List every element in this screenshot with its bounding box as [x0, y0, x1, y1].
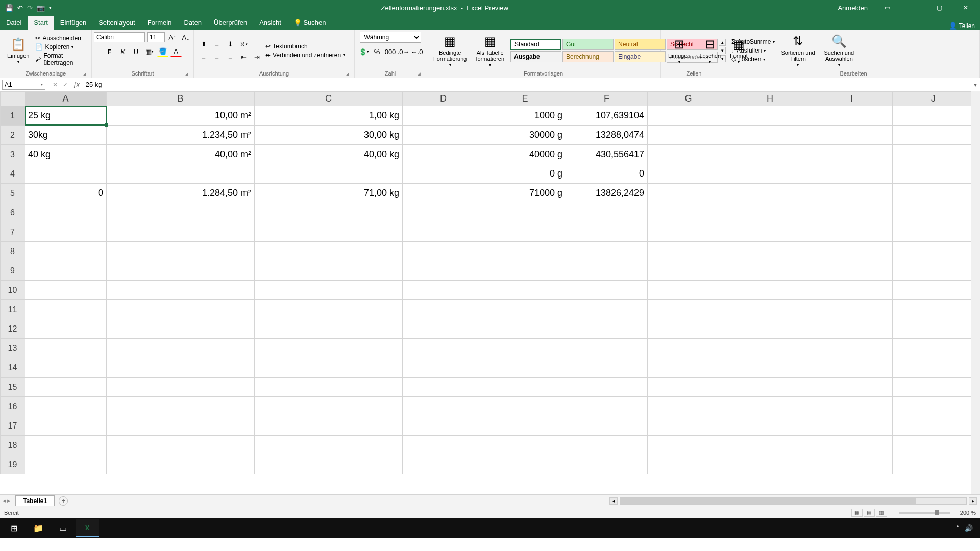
- cell[interactable]: [403, 261, 484, 281]
- cell[interactable]: [25, 319, 107, 339]
- cell[interactable]: [484, 339, 566, 358]
- cell[interactable]: [484, 416, 566, 436]
- cell[interactable]: [811, 145, 893, 164]
- cell[interactable]: [403, 164, 484, 184]
- cell[interactable]: [648, 145, 729, 164]
- row-header[interactable]: 14: [1, 358, 25, 378]
- cell[interactable]: [255, 319, 403, 339]
- cell[interactable]: [729, 358, 811, 378]
- font-name-select[interactable]: [94, 32, 145, 42]
- cell[interactable]: [25, 339, 107, 358]
- vertical-scrollbar[interactable]: [971, 91, 980, 494]
- save-icon[interactable]: 💾: [5, 4, 13, 12]
- cell[interactable]: [811, 358, 893, 378]
- row-header[interactable]: 7: [1, 222, 25, 242]
- font-color-icon[interactable]: A: [170, 46, 182, 57]
- cell[interactable]: 107,639104: [566, 106, 648, 126]
- cell[interactable]: [403, 222, 484, 242]
- cell[interactable]: 71,00 kg: [255, 184, 403, 203]
- cell[interactable]: [811, 203, 893, 222]
- cell[interactable]: [255, 222, 403, 242]
- column-header[interactable]: C: [255, 92, 403, 106]
- share-icon[interactable]: 👤: [949, 22, 957, 30]
- cell[interactable]: [566, 397, 648, 416]
- normal-view-icon[interactable]: ▦: [851, 509, 863, 517]
- cell[interactable]: [484, 281, 566, 300]
- row-header[interactable]: 5: [1, 184, 25, 203]
- cell[interactable]: [107, 242, 255, 261]
- cell[interactable]: [648, 416, 729, 436]
- cell[interactable]: [893, 145, 974, 164]
- cell[interactable]: [403, 281, 484, 300]
- cell[interactable]: [893, 126, 974, 145]
- cell[interactable]: [566, 281, 648, 300]
- dialog-launcher-icon[interactable]: ◢: [417, 71, 421, 77]
- zoom-level[interactable]: 200 %: [960, 510, 976, 516]
- tab-daten[interactable]: Daten: [178, 16, 208, 30]
- border-icon[interactable]: ▦▾: [144, 46, 155, 57]
- cell[interactable]: [25, 164, 107, 184]
- tab-seitenlayout[interactable]: Seitenlayout: [92, 16, 141, 30]
- select-all-corner[interactable]: [1, 92, 25, 106]
- row-header[interactable]: 6: [1, 203, 25, 222]
- cell[interactable]: 30000 g: [484, 126, 566, 145]
- taskview-icon[interactable]: ▭: [51, 519, 75, 537]
- cell[interactable]: [255, 339, 403, 358]
- cell[interactable]: [729, 397, 811, 416]
- cell[interactable]: [255, 164, 403, 184]
- cell[interactable]: [25, 397, 107, 416]
- row-header[interactable]: 11: [1, 300, 25, 319]
- clear-button[interactable]: ◇ Löschen ▾: [731, 56, 775, 63]
- cell[interactable]: [484, 358, 566, 378]
- format-painter-button[interactable]: 🖌 Format übertragen: [35, 52, 87, 66]
- cell[interactable]: [648, 281, 729, 300]
- cell[interactable]: [484, 397, 566, 416]
- cell[interactable]: [484, 203, 566, 222]
- cells-insert-button[interactable]: ⊞Einfügen▾: [665, 36, 693, 65]
- row-header[interactable]: 17: [1, 416, 25, 436]
- currency-icon[interactable]: 💲▾: [358, 46, 370, 57]
- page-break-view-icon[interactable]: ▥: [876, 509, 887, 517]
- cell[interactable]: [484, 261, 566, 281]
- row-header[interactable]: 8: [1, 242, 25, 261]
- cell[interactable]: [403, 339, 484, 358]
- column-header[interactable]: H: [729, 92, 811, 106]
- cell[interactable]: [484, 300, 566, 319]
- comma-icon[interactable]: 000: [385, 46, 396, 57]
- cell[interactable]: [893, 106, 974, 126]
- cell[interactable]: [484, 242, 566, 261]
- cell[interactable]: [811, 378, 893, 397]
- cell[interactable]: [255, 261, 403, 281]
- cell[interactable]: [107, 378, 255, 397]
- align-right-icon[interactable]: ≡: [225, 52, 236, 63]
- cell[interactable]: [566, 300, 648, 319]
- name-box[interactable]: A1▾: [2, 80, 45, 90]
- column-header[interactable]: B: [107, 92, 255, 106]
- style-berechnung[interactable]: Berechnung: [562, 51, 614, 62]
- fill-color-icon[interactable]: 🪣: [157, 46, 168, 57]
- cell[interactable]: [893, 397, 974, 416]
- cut-button[interactable]: ✂ Ausschneiden: [35, 35, 87, 42]
- cell[interactable]: [25, 261, 107, 281]
- dialog-launcher-icon[interactable]: ◢: [83, 71, 86, 77]
- cell[interactable]: [566, 416, 648, 436]
- cell[interactable]: [403, 455, 484, 474]
- style-gut[interactable]: Gut: [562, 39, 614, 50]
- cell[interactable]: [893, 416, 974, 436]
- conditional-formatting-button[interactable]: ▦ Bedingte Formatierung▾: [430, 33, 470, 68]
- cell[interactable]: [729, 281, 811, 300]
- tab-start[interactable]: Start: [28, 16, 54, 30]
- cell[interactable]: [403, 203, 484, 222]
- cell[interactable]: [403, 436, 484, 455]
- cell[interactable]: [811, 222, 893, 242]
- cell[interactable]: [107, 339, 255, 358]
- tab-einfuegen[interactable]: Einfügen: [54, 16, 92, 30]
- tray-volume-icon[interactable]: 🔊: [965, 524, 973, 532]
- cell[interactable]: [729, 164, 811, 184]
- cell[interactable]: 30kg: [25, 126, 107, 145]
- cell[interactable]: [811, 261, 893, 281]
- cell[interactable]: [729, 203, 811, 222]
- cell[interactable]: [107, 261, 255, 281]
- cell[interactable]: [648, 164, 729, 184]
- column-header[interactable]: A: [25, 92, 107, 106]
